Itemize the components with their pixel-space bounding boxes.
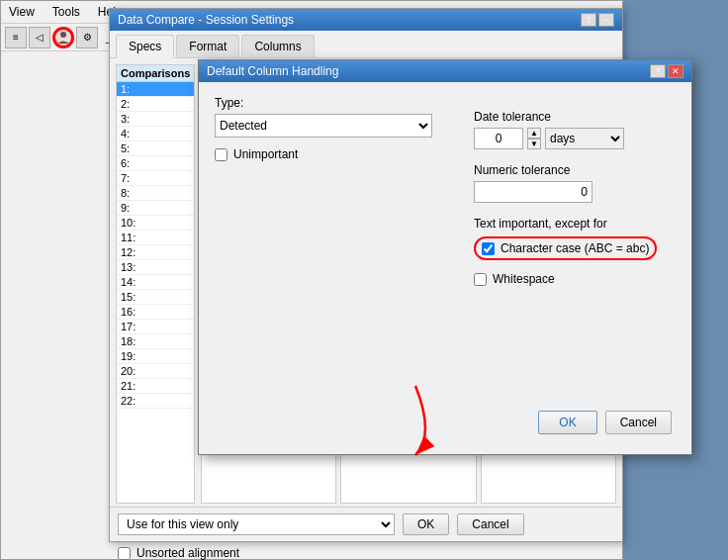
comparison-panel: Comparisons 1: 2: 3: 4: 5: 6: 7: 8: 9: 1…: [116, 64, 195, 504]
comparison-header: Comparisons: [117, 65, 194, 82]
comparison-row-7[interactable]: 7:: [117, 171, 194, 186]
dialog-close-button[interactable]: ✕: [668, 64, 683, 78]
type-label: Type:: [215, 96, 676, 110]
comparison-row-1[interactable]: 1:: [117, 82, 194, 97]
comparison-row-3[interactable]: 3:: [117, 112, 194, 127]
unimportant-label: Unimportant: [233, 147, 298, 161]
comparison-row-10[interactable]: 10:: [117, 216, 194, 231]
comparison-row-13[interactable]: 13:: [117, 260, 194, 275]
comparison-row-2[interactable]: 2:: [117, 97, 194, 112]
comparison-row-12[interactable]: 12:: [117, 245, 194, 260]
comparison-row-14[interactable]: 14:: [117, 275, 194, 290]
dialog-content: Type: Detected Text Numeric Date Unimpor…: [199, 82, 691, 183]
toolbar-icon-2[interactable]: ◁: [29, 27, 50, 48]
session-titlebar: Data Compare - Session Settings ? ─: [110, 9, 622, 31]
dialog-help-button[interactable]: ?: [650, 64, 666, 78]
session-title: Data Compare - Session Settings: [118, 13, 294, 27]
date-tolerance-input[interactable]: [474, 128, 523, 149]
character-case-container: Character case (ABC = abc): [474, 236, 657, 260]
session-ok-button[interactable]: OK: [403, 513, 449, 535]
comparison-row-22[interactable]: 22:: [117, 394, 194, 409]
date-tolerance-label: Date tolerance: [474, 110, 672, 124]
titlebar-buttons: ? ─: [581, 13, 614, 27]
comparison-row-19[interactable]: 19:: [117, 349, 194, 364]
minimize-button[interactable]: ─: [598, 13, 614, 27]
unsorted-alignment-checkbox[interactable]: [118, 547, 131, 560]
tab-format[interactable]: Format: [176, 35, 239, 57]
comparison-row-6[interactable]: 6:: [117, 156, 194, 171]
character-case-checkbox[interactable]: [482, 242, 495, 255]
character-case-label: Character case (ABC = abc): [500, 241, 649, 255]
numeric-tolerance-row: [474, 181, 672, 203]
numeric-tolerance-label: Numeric tolerance: [474, 163, 672, 177]
unsorted-alignment-label: Unsorted alignment: [136, 546, 239, 560]
dialog-buttons: OK Cancel: [538, 411, 672, 434]
tab-columns[interactable]: Columns: [241, 35, 314, 57]
comparison-row-17[interactable]: 17:: [117, 320, 194, 334]
dialog-title: Default Column Handling: [207, 64, 338, 78]
unsorted-alignment-area: Unsorted alignment: [110, 542, 622, 560]
numeric-tolerance-input[interactable]: [474, 181, 592, 203]
session-cancel-button[interactable]: Cancel: [457, 513, 523, 535]
comparison-row-5[interactable]: 5:: [117, 141, 194, 156]
comparison-row-4[interactable]: 4:: [117, 127, 194, 141]
comparison-row-11[interactable]: 11:: [117, 231, 194, 245]
tab-specs[interactable]: Specs: [116, 35, 174, 58]
dialog-titlebar-buttons: ? ✕: [650, 64, 683, 78]
spin-up-button[interactable]: ▲: [527, 128, 541, 139]
dialog-cancel-button[interactable]: Cancel: [605, 411, 672, 434]
days-select[interactable]: days hours minutes: [545, 128, 624, 149]
help-button[interactable]: ?: [581, 13, 596, 27]
date-tolerance-spinner: ▲ ▼: [527, 128, 541, 149]
unimportant-checkbox[interactable]: [215, 148, 228, 161]
dialog-ok-button[interactable]: OK: [538, 411, 596, 434]
text-except-label: Text important, except for: [474, 217, 672, 231]
dialog-window: Default Column Handling ? ✕ Type: Detect…: [198, 59, 692, 455]
toolbar-icon-1[interactable]: ≡: [5, 27, 27, 48]
comparison-row-21[interactable]: 21:: [117, 379, 194, 394]
svg-point-0: [60, 32, 66, 38]
comparison-row-9[interactable]: 9:: [117, 201, 194, 216]
spin-down-button[interactable]: ▼: [527, 139, 541, 149]
tab-bar: Specs Format Columns: [110, 31, 622, 58]
comparison-row-18[interactable]: 18:: [117, 334, 194, 349]
toolbar-icon-4[interactable]: ⚙: [76, 27, 98, 48]
comparison-row-16[interactable]: 16:: [117, 305, 194, 320]
comparison-row-20[interactable]: 20:: [117, 364, 194, 379]
dialog-titlebar: Default Column Handling ? ✕: [199, 60, 691, 82]
menu-view[interactable]: View: [5, 3, 39, 21]
type-select[interactable]: Detected Text Numeric Date: [215, 114, 432, 138]
date-tolerance-row: ▲ ▼ days hours minutes: [474, 128, 672, 149]
whitespace-label: Whitespace: [493, 272, 555, 286]
whitespace-row: Whitespace: [474, 272, 672, 286]
comparison-row-8[interactable]: 8:: [117, 186, 194, 201]
character-case-row: Character case (ABC = abc): [474, 236, 657, 260]
view-dropdown[interactable]: Use for this view only: [118, 513, 395, 535]
tolerance-area: Date tolerance ▲ ▼ days hours minutes Nu…: [474, 110, 672, 294]
toolbar-icon-person[interactable]: [52, 27, 74, 48]
comparison-row-15[interactable]: 15:: [117, 290, 194, 305]
bottom-bar: Use for this view only OK Cancel: [110, 507, 622, 541]
menu-tools[interactable]: Tools: [48, 3, 84, 21]
whitespace-checkbox[interactable]: [474, 273, 487, 286]
